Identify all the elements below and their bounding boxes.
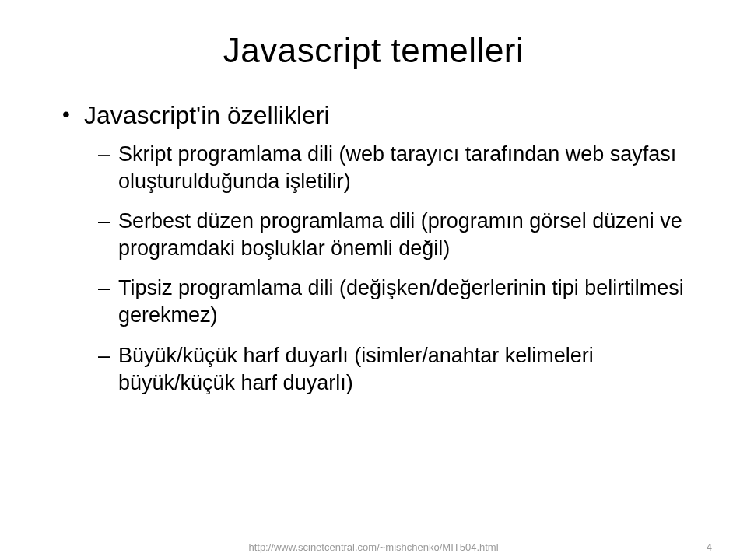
list-item: Serbest düzen programlama dili (programı… [98, 208, 700, 262]
list-item: Skript programlama dili (web tarayıcı ta… [98, 141, 700, 195]
bullet-list-level1: Javascript'in özellikleri Skript program… [62, 101, 700, 397]
footer-page-number: 4 [707, 541, 712, 553]
list-item: Javascript'in özellikleri Skript program… [62, 101, 700, 397]
slide-title: Javascript temelleri [47, 31, 700, 70]
bullet-text: Javascript'in özellikleri [84, 101, 330, 129]
list-item: Tipsiz programlama dili (değişken/değerl… [98, 275, 700, 329]
footer-url: http://www.scinetcentral.com/~mishchenko… [248, 541, 498, 553]
slide-body: Javascript'in özellikleri Skript program… [47, 101, 700, 397]
list-item: Büyük/küçük harf duyarlı (isimler/anahta… [98, 342, 700, 397]
slide: Javascript temelleri Javascript'in özell… [0, 0, 747, 560]
bullet-list-level2: Skript programlama dili (web tarayıcı ta… [84, 141, 700, 397]
